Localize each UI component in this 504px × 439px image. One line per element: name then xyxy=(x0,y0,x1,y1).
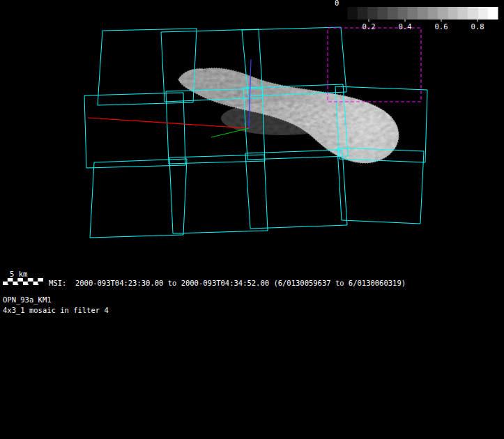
observation-id: OPN_93a_KM1 xyxy=(3,295,52,304)
colorbar-band xyxy=(468,7,478,20)
colorbar-gradient-bands xyxy=(337,7,498,20)
colorbar: 0 0.20.40.60.8 xyxy=(335,0,498,31)
colorbar-tick-label: 0.4 xyxy=(399,22,412,31)
colorbar-band xyxy=(427,7,438,20)
colorbar-tick-label: 0.8 xyxy=(471,22,484,31)
colorbar-band xyxy=(438,7,448,20)
colorbar-band xyxy=(367,7,378,20)
scalebar-checker xyxy=(3,278,43,285)
colorbar-band xyxy=(488,7,498,20)
colorbar-band xyxy=(478,7,488,20)
colorbar-band xyxy=(337,7,348,20)
footprint-outline xyxy=(245,150,347,229)
colorbar-tick-labels: 0.20.40.60.8 xyxy=(362,20,484,31)
colorbar-band xyxy=(347,7,358,20)
colorbar-min-label: 0 xyxy=(335,0,339,7)
scene-canvas: 0 0.20.40.60.8 xyxy=(0,0,504,439)
colorbar-band xyxy=(397,7,408,20)
colorbar-band xyxy=(448,7,458,20)
y-axis-line xyxy=(211,128,249,137)
colorbar-band xyxy=(388,7,398,20)
colorbar-band xyxy=(408,7,418,20)
colorbar-tick-label: 0.6 xyxy=(435,22,448,31)
mosaic-planning-view: 0 0.20.40.60.8 5 km MSI: 2000-093T04:23:… xyxy=(0,0,504,439)
colorbar-tick-label: 0.2 xyxy=(362,22,376,31)
colorbar-band xyxy=(458,7,468,20)
mosaic-description: 4x3_1 mosaic in filter 4 xyxy=(3,306,109,314)
colorbar-band xyxy=(418,7,428,20)
scalebar-label: 5 km xyxy=(10,270,27,278)
colorbar-band xyxy=(358,7,368,20)
observation-time-range: MSI: 2000-093T04:23:30.00 to 2000-093T04… xyxy=(49,279,406,287)
colorbar-band xyxy=(378,7,388,20)
